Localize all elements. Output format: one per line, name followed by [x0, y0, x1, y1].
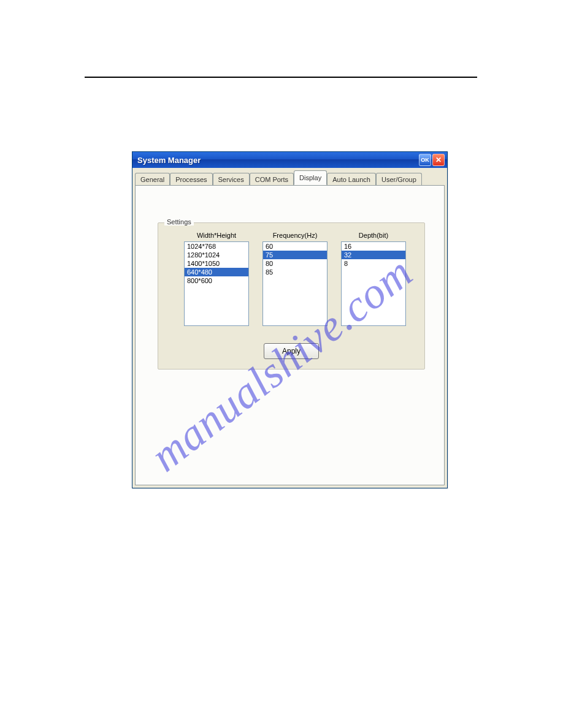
tab-processes[interactable]: Processes [170, 173, 212, 186]
tab-com-ports[interactable]: COM Ports [250, 173, 294, 186]
list-item[interactable]: 1400*1050 [185, 259, 248, 268]
resolution-listbox[interactable]: 1024*768 1280*1024 1400*1050 640*480 800… [184, 241, 249, 326]
tab-user-group[interactable]: User/Group [376, 173, 422, 186]
tab-panel-display: Settings Width*Height 1024*768 1280*1024… [135, 185, 445, 485]
header-divider [85, 77, 477, 78]
list-item[interactable]: 60 [263, 242, 327, 251]
settings-legend: Settings [164, 218, 194, 226]
list-item[interactable]: 640*480 [185, 268, 248, 276]
close-button[interactable]: ✕ [432, 154, 445, 166]
tabstrip: General Processes Services COM Ports Dis… [132, 168, 447, 185]
list-item[interactable]: 16 [342, 242, 405, 251]
depth-label: Depth(bit) [341, 232, 406, 239]
depth-column: Depth(bit) 16 32 8 [341, 232, 406, 326]
system-manager-window: System Manager OK ✕ General Processes Se… [132, 151, 448, 488]
tab-auto-launch[interactable]: Auto Launch [327, 173, 376, 186]
resolution-label: Width*Height [184, 232, 249, 239]
apply-button[interactable]: Apply [264, 343, 319, 359]
settings-columns: Width*Height 1024*768 1280*1024 1400*105… [158, 223, 424, 326]
window-title: System Manager [137, 156, 418, 165]
list-item[interactable]: 8 [342, 259, 405, 268]
tab-general[interactable]: General [135, 173, 170, 186]
list-item[interactable]: 75 [263, 251, 327, 259]
list-item[interactable]: 1024*768 [185, 242, 248, 251]
ok-button[interactable]: OK [419, 154, 431, 166]
frequency-listbox[interactable]: 60 75 80 85 [262, 241, 327, 326]
list-item[interactable]: 1280*1024 [185, 251, 248, 259]
tab-services[interactable]: Services [213, 173, 250, 186]
resolution-column: Width*Height 1024*768 1280*1024 1400*105… [184, 232, 249, 326]
frequency-column: Frequency(Hz) 60 75 80 85 [262, 232, 327, 326]
list-item[interactable]: 32 [342, 251, 405, 259]
titlebar[interactable]: System Manager OK ✕ [132, 152, 447, 168]
tab-display[interactable]: Display [294, 170, 327, 185]
list-item[interactable]: 85 [263, 268, 327, 276]
settings-groupbox: Settings Width*Height 1024*768 1280*1024… [158, 222, 425, 370]
list-item[interactable]: 800*600 [185, 276, 248, 285]
frequency-label: Frequency(Hz) [262, 232, 327, 239]
depth-listbox[interactable]: 16 32 8 [341, 241, 406, 326]
list-item[interactable]: 80 [263, 259, 327, 268]
